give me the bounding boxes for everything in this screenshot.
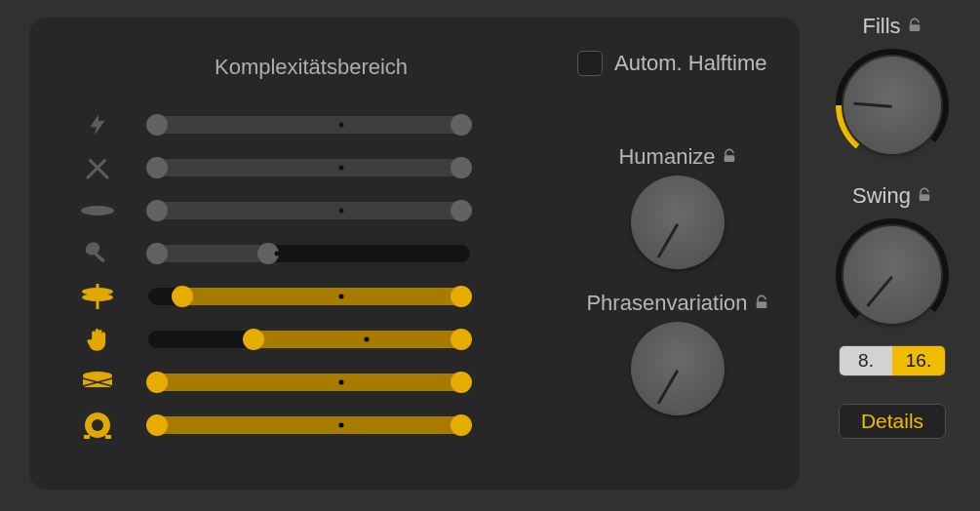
range-handle-left[interactable] (146, 157, 168, 178)
svg-rect-16 (909, 24, 920, 31)
lock-icon (907, 14, 922, 39)
complexity-row-shaker (78, 232, 488, 275)
svg-rect-19 (920, 194, 930, 201)
details-button[interactable]: Details (839, 404, 946, 439)
complexity-range-shaker[interactable] (148, 245, 470, 262)
phrasevariation-knob[interactable] (631, 322, 725, 415)
panel-title: Komplexitätsbereich (215, 55, 408, 80)
complexity-row-lightning (78, 103, 488, 146)
side-column: Fills Swing 8. 16. Details (824, 14, 960, 439)
svg-rect-15 (756, 301, 766, 308)
range-handle-right[interactable] (451, 286, 472, 307)
cymbal-icon[interactable] (78, 193, 117, 228)
complexity-row-cymbal (78, 189, 488, 232)
range-handle-right[interactable] (451, 200, 472, 221)
fills-knob[interactable] (834, 47, 951, 164)
svg-point-0 (81, 206, 114, 216)
complexity-range-hand[interactable] (148, 331, 470, 348)
complexity-range-hihat[interactable] (148, 288, 470, 305)
range-handle-left[interactable] (146, 414, 168, 436)
range-handle-right[interactable] (451, 114, 472, 136)
kick-icon[interactable] (78, 408, 117, 443)
range-dot (275, 252, 280, 256)
lightning-icon[interactable] (78, 107, 117, 142)
range-dot (365, 337, 370, 342)
range-dot (339, 380, 344, 385)
swing-seg-16[interactable]: 16. (892, 346, 945, 375)
drumsticks-icon[interactable] (78, 150, 117, 185)
range-handle-left[interactable] (146, 243, 168, 264)
complexity-range-drumsticks[interactable] (148, 159, 470, 177)
range-dot (339, 166, 344, 171)
range-dot (339, 123, 344, 128)
svg-rect-13 (105, 435, 111, 439)
auto-halftime-row: Autom. Halftime (577, 51, 767, 76)
complexity-range-lightning[interactable] (148, 116, 470, 134)
swing-seg-8[interactable]: 8. (840, 346, 892, 375)
complexity-row-drumsticks (78, 146, 488, 189)
lock-icon (754, 291, 769, 316)
svg-rect-2 (94, 253, 105, 263)
auto-halftime-label: Autom. Halftime (614, 51, 767, 76)
fills-label: Fills (862, 14, 921, 39)
range-dot (339, 209, 344, 214)
snare-icon[interactable] (78, 365, 117, 400)
complexity-range-cymbal[interactable] (148, 202, 470, 219)
complexity-row-snare (78, 361, 488, 404)
complexity-row-hihat (78, 275, 488, 318)
phrasevariation-group: Phrasenvariation (575, 291, 780, 415)
svg-rect-12 (84, 435, 90, 439)
knob-column: Humanize Phrasenvariation (575, 144, 780, 437)
range-handle-right[interactable] (451, 329, 472, 350)
range-handle-left[interactable] (146, 372, 168, 393)
svg-point-7 (83, 372, 112, 379)
range-dot (339, 295, 344, 299)
complexity-range-kick[interactable] (148, 416, 470, 434)
range-handle-left[interactable] (146, 200, 168, 221)
swing-subdivision-toggle[interactable]: 8. 16. (839, 345, 946, 376)
auto-halftime-checkbox[interactable] (577, 51, 603, 76)
complexity-row-hand (78, 318, 488, 361)
range-dot (339, 423, 344, 428)
humanize-knob[interactable] (631, 176, 725, 269)
range-handle-left[interactable] (243, 329, 264, 350)
range-handle-right[interactable] (451, 372, 472, 393)
svg-point-11 (92, 419, 103, 431)
svg-rect-5 (97, 284, 99, 309)
hand-icon[interactable] (78, 322, 117, 357)
phrasevariation-label: Phrasenvariation (586, 291, 768, 316)
range-handle-left[interactable] (146, 114, 168, 136)
complexity-row-kick (78, 404, 488, 447)
lock-icon (917, 183, 932, 209)
complexity-rows (78, 103, 488, 447)
shaker-icon[interactable] (78, 236, 117, 271)
swing-knob[interactable] (834, 216, 951, 334)
humanize-label: Humanize (618, 144, 736, 170)
lock-icon (722, 144, 737, 170)
range-handle-right[interactable] (451, 157, 472, 178)
complexity-panel: Komplexitätsbereich Autom. Halftime Huma… (29, 18, 800, 490)
range-handle-right[interactable] (451, 414, 472, 436)
swing-label: Swing (852, 183, 932, 209)
svg-rect-14 (724, 155, 734, 162)
humanize-group: Humanize (575, 144, 780, 269)
complexity-range-snare[interactable] (148, 373, 470, 391)
hihat-icon[interactable] (78, 279, 117, 314)
